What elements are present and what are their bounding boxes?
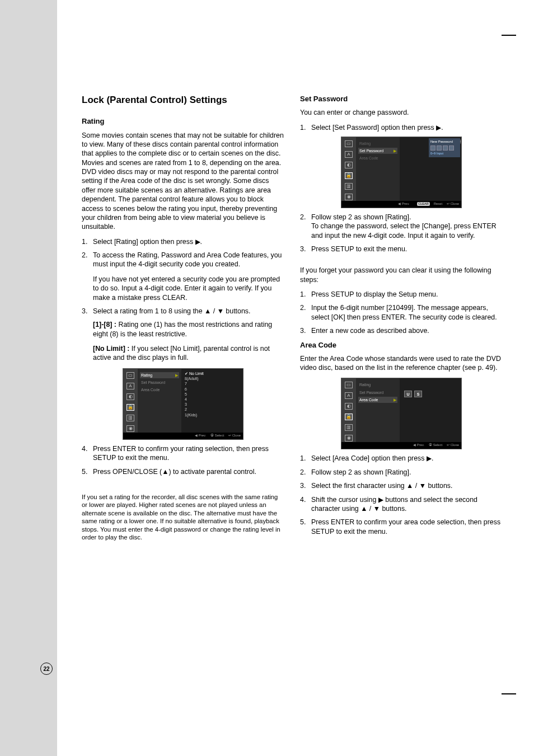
rating-steps-cont: 4.Press ENTER to confirm your rating sel… [82,444,284,476]
osd-icon-rec: ▥ [127,415,134,421]
column-right: Set Password You can enter or change pas… [300,94,503,542]
area-step-4: Shift the cursor using ▶ buttons and sel… [311,495,503,514]
osd-rating-list: ✔No Limit 8(Adult) 7 6 5 4 3 2 1(Kids) [181,369,243,433]
area-step-5: Press ENTER to confirm your area code se… [311,518,503,536]
page-number-badge: 22 [40,663,53,675]
crop-mark-top [502,35,516,36]
osd-icon-rec: ▥ [345,424,353,431]
forgot-intro: If you forget your password you can clea… [300,266,503,284]
area-step-3: Select the first character using ▲ / ▼ b… [311,481,503,490]
rating-step-2: To access the Rating, Password and Area … [93,251,284,302]
rating-intro: Some movies contain scenes that may not … [82,131,284,232]
osd-icon-disc: ◉ [127,425,134,432]
osd-icon-general: ▭ [345,140,353,147]
rating-steps: 1.Select [Rating] option then press ▶. 2… [82,237,284,316]
area-step-2: Follow step 2 as shown [Rating]. [311,468,503,477]
forgot-step-2: Input the 6-digit number [210499]. The m… [311,303,503,322]
osd-rating-figure: ▭ A ◐ 🔒 ▥ ◉ Rating▶ Set Password Area Co… [123,368,243,440]
osd-icon-audio: ◐ [345,162,353,168]
column-left: Lock (Parental Control) Settings Rating … [82,94,284,542]
forgot-steps: 1.Press SETUP to display the Setup menu.… [300,290,503,336]
rating-step-5: Press OPEN/CLOSE (▲) to activate parenta… [93,467,284,476]
osd-area-code-boxes: U S [404,391,459,397]
osd-icon-disc: ◉ [345,435,353,442]
rating-heading: Rating [82,116,284,126]
osd-icon-language: A [127,383,134,389]
osd-icon-lock: 🔒 [345,414,353,420]
rating-step-4: Press ENTER to confirm your rating selec… [93,444,284,463]
osd-new-password-popup: New Password 0~9 Input [429,138,460,157]
area-steps: 1.Select [Area Code] option then press ▶… [300,454,503,536]
rating-range-note: [1]-[8] : Rating one (1) has the most re… [93,320,284,339]
setpw-step-2: Follow step 2 as shown [Rating]. To chan… [311,213,503,240]
rating-footnote: If you set a rating for the recorder, al… [82,493,284,542]
section-title: Lock (Parental Control) Settings [82,94,284,106]
osd-icon-general: ▭ [345,382,353,388]
forgot-step-3: Enter a new code as described above. [311,326,503,335]
osd-icon-rec: ▥ [345,183,353,190]
crop-mark-bottom [502,693,516,694]
osd-icon-lock: 🔒 [345,172,353,179]
osd-icon-audio: ◐ [345,403,353,410]
setpw-step-1: Select [Set Password] option then press … [311,123,503,132]
setpw-intro: You can enter or change password. [300,108,503,117]
setpw-steps-2: 2. Follow step 2 as shown [Rating]. To c… [300,213,503,254]
osd-icon-language: A [345,151,353,158]
rating-step-3: Select a rating from 1 to 8 using the ▲ … [93,307,284,316]
setpw-heading: Set Password [300,94,503,104]
osd-icon-audio: ◐ [127,393,134,400]
osd-areacode-figure: ▭ A ◐ 🔒 ▥ ◉ Rating Set Password Area Cod… [341,378,462,449]
area-step-1: Select [Area Code] option then press ▶. [311,454,503,463]
osd-icon-lock: 🔒 [127,404,134,411]
osd-icon-disc: ◉ [345,194,353,200]
osd-password-figure: ▭ A ◐ 🔒 ▥ ◉ Rating Set Password▶ Area Co… [341,137,462,208]
page-content: Lock (Parental Control) Settings Rating … [57,0,534,756]
area-intro: Enter the Area Code whose standards were… [300,354,503,373]
setpw-step-3: Press SETUP to exit the menu. [311,245,503,253]
area-heading: Area Code [300,340,503,350]
rating-step-1: Select [Rating] option then press ▶. [93,237,284,246]
osd-icon-language: A [345,392,353,399]
forgot-step-1: Press SETUP to display the Setup menu. [311,290,503,299]
left-gutter: 22 [0,0,57,756]
setpw-steps-1: 1.Select [Set Password] option then pres… [300,123,503,132]
rating-nolimit-note: [No Limit] : If you select [No Limit], p… [93,344,284,363]
osd-icon-general: ▭ [127,372,134,379]
